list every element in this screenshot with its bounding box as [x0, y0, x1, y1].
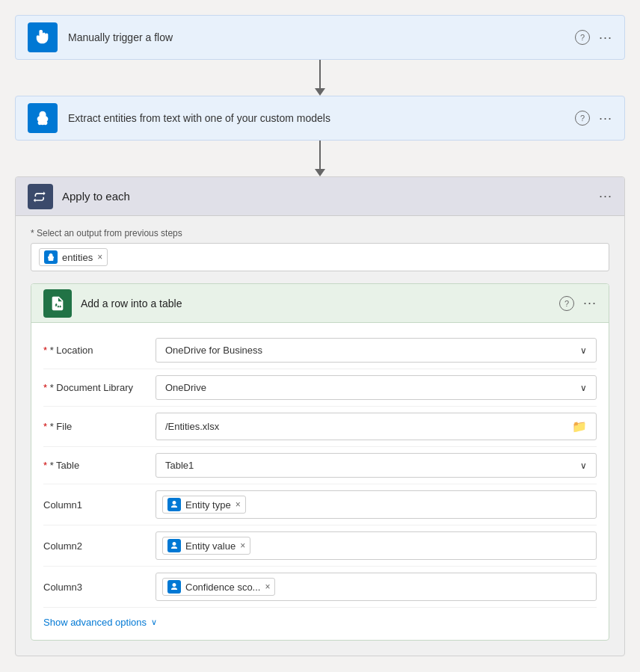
entity-type-svg	[170, 500, 179, 509]
doc-library-row: * * Document Library OneDrive ∨	[43, 369, 597, 407]
table-chevron-icon: ∨	[580, 460, 587, 471]
column3-value[interactable]: Confidence sco... ×	[156, 573, 597, 601]
arrow-line-1	[319, 60, 321, 88]
add-row-help-icon[interactable]: ?	[559, 296, 574, 311]
flow-container: Manually trigger a flow ? ··· Extract en…	[15, 15, 625, 656]
trigger-icon	[28, 22, 58, 52]
trigger-actions: ? ···	[575, 30, 612, 46]
doc-library-chevron-icon: ∨	[580, 383, 587, 393]
doc-library-label: * * Document Library	[43, 382, 156, 393]
trigger-step: Manually trigger a flow ? ···	[15, 15, 625, 60]
entities-tag-close[interactable]: ×	[97, 252, 102, 262]
file-row: * * File /Entities.xlsx 📁	[43, 407, 597, 447]
add-row-more-icon[interactable]: ···	[583, 295, 597, 311]
extract-title: Extract entities from text with one of y…	[68, 112, 575, 124]
arrow-head-1	[315, 88, 325, 96]
confidence-tag: Confidence sco... ×	[162, 578, 275, 596]
arrow-line-2	[319, 141, 321, 169]
confidence-icon	[167, 580, 181, 594]
entity-value-icon	[167, 539, 181, 552]
entities-tag-label: entities	[62, 252, 93, 263]
location-row: * * Location OneDrive for Business ∨	[43, 332, 597, 369]
file-value[interactable]: /Entities.xlsx 📁	[156, 413, 597, 440]
entities-tag: entities ×	[39, 248, 108, 266]
entity-value-tag: Entity value ×	[162, 537, 250, 555]
show-advanced-chevron-icon: ∨	[151, 617, 157, 627]
entity-type-tag: Entity type ×	[162, 496, 246, 514]
add-row-action: Add a row into a table ? ··· * * Locatio…	[31, 283, 609, 641]
excel-svg	[49, 295, 66, 312]
column3-tag-field[interactable]: Confidence sco... ×	[156, 573, 597, 601]
doc-library-value[interactable]: OneDrive ∨	[156, 375, 597, 400]
apply-each-header: Apply to each ···	[16, 177, 624, 216]
file-field[interactable]: /Entities.xlsx 📁	[156, 413, 597, 440]
trigger-more-icon[interactable]: ···	[599, 30, 612, 46]
table-value[interactable]: Table1 ∨	[156, 453, 597, 478]
entity-value-svg	[170, 541, 179, 550]
extract-help-icon[interactable]: ?	[575, 111, 590, 126]
apply-each-container: Apply to each ··· * Select an output fro…	[15, 176, 625, 656]
add-row-header: Add a row into a table ? ···	[31, 284, 609, 323]
arrow-2	[315, 141, 325, 176]
excel-icon	[43, 289, 72, 318]
add-row-body: * * Location OneDrive for Business ∨ *	[31, 323, 609, 640]
entity-type-tag-close[interactable]: ×	[236, 499, 241, 510]
entities-tag-icon	[44, 250, 58, 264]
add-row-actions: ? ···	[559, 295, 597, 311]
add-row-title: Add a row into a table	[81, 298, 559, 309]
entity-type-icon	[167, 498, 181, 511]
output-selector[interactable]: entities ×	[31, 243, 609, 271]
extract-icon	[28, 103, 58, 133]
confidence-tag-close[interactable]: ×	[265, 582, 270, 592]
apply-each-more-icon[interactable]: ···	[599, 188, 612, 204]
arrow-head-2	[315, 169, 325, 176]
column2-label: Column2	[43, 540, 156, 552]
confidence-svg	[170, 582, 179, 591]
location-value[interactable]: OneDrive for Business ∨	[156, 338, 597, 363]
show-advanced-button[interactable]: Show advanced options ∨	[43, 608, 597, 628]
file-label: * * File	[43, 421, 156, 432]
apply-each-body: * Select an output from previous steps e…	[16, 216, 624, 656]
column2-row: Column2 Entity value	[43, 525, 597, 567]
table-row: * * Table Table1 ∨	[43, 447, 597, 484]
entity-value-tag-close[interactable]: ×	[240, 540, 245, 551]
apply-each-title: Apply to each	[62, 190, 599, 203]
apply-each-icon	[28, 184, 53, 209]
select-output-label: * Select an output from previous steps	[31, 228, 609, 238]
column1-label: Column1	[43, 499, 156, 511]
trigger-help-icon[interactable]: ?	[575, 30, 590, 45]
column2-tag-field[interactable]: Entity value ×	[156, 531, 597, 560]
entities-icon-svg	[46, 253, 55, 262]
doc-library-select[interactable]: OneDrive ∨	[156, 375, 597, 400]
loop-svg	[33, 189, 48, 204]
location-label: * * Location	[43, 345, 156, 356]
hand-svg	[34, 29, 51, 46]
table-select[interactable]: Table1 ∨	[156, 453, 597, 478]
trigger-title: Manually trigger a flow	[68, 31, 575, 43]
extract-more-icon[interactable]: ···	[599, 111, 612, 126]
column1-row: Column1 Entity type	[43, 484, 597, 525]
extract-actions: ? ···	[575, 111, 612, 126]
location-select[interactable]: OneDrive for Business ∨	[156, 338, 597, 363]
column1-value[interactable]: Entity type ×	[156, 490, 597, 519]
location-chevron-icon: ∨	[580, 345, 587, 356]
column3-label: Column3	[43, 582, 156, 593]
arrow-1	[315, 60, 325, 96]
column1-tag-field[interactable]: Entity type ×	[156, 490, 597, 519]
column3-row: Column3 Confidence sco...	[43, 567, 597, 608]
column2-value[interactable]: Entity value ×	[156, 531, 597, 560]
file-folder-icon: 📁	[572, 419, 587, 434]
brain-svg	[34, 110, 51, 126]
extract-step: Extract entities from text with one of y…	[15, 96, 625, 141]
table-label: * * Table	[43, 460, 156, 471]
